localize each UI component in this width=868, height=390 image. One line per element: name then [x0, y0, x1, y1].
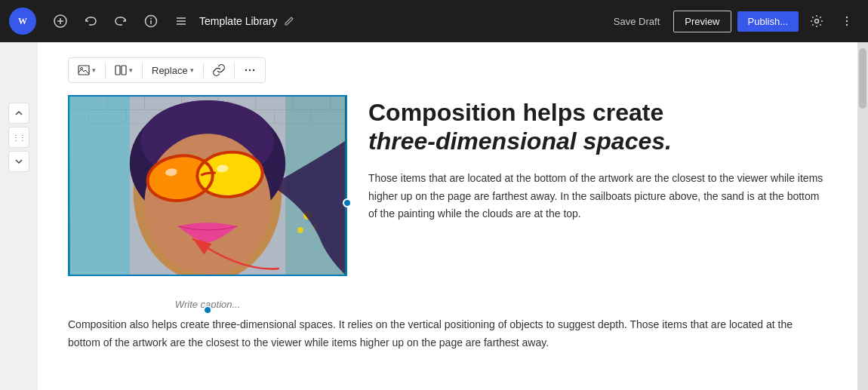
move-up-button[interactable]: [8, 103, 29, 124]
block-controls: ⋮⋮: [0, 42, 38, 390]
undo-button[interactable]: [78, 9, 103, 33]
columns-chevron: ▾: [129, 66, 133, 74]
toolbar-divider-2: [142, 63, 143, 78]
template-title-area: Template Library: [199, 15, 600, 27]
more-block-options-btn[interactable]: [239, 61, 260, 79]
article-paragraph-2[interactable]: Composition also helps create three-dime…: [68, 316, 827, 352]
redo-button[interactable]: [109, 9, 133, 33]
move-down-button[interactable]: [8, 151, 29, 172]
editor-canvas: ▾ ▾ Replace ▾: [38, 42, 857, 390]
image-block-btn[interactable]: ▾: [73, 61, 100, 79]
scrollbar-thumb[interactable]: [859, 48, 866, 109]
text-content: Composition helps create three-dimension…: [368, 95, 827, 235]
details-button[interactable]: [139, 9, 163, 33]
svg-rect-48: [70, 97, 130, 275]
svg-point-12: [846, 17, 848, 18]
toolbar-right: Save Draft Preview Publish...: [606, 9, 859, 33]
svg-point-20: [249, 69, 251, 71]
content-block: Write caption... Composition helps creat…: [68, 95, 827, 310]
main-area: ⋮⋮ ▾ ▾: [0, 42, 868, 390]
replace-btn[interactable]: Replace ▾: [147, 62, 199, 79]
image-container: Write caption...: [68, 95, 347, 310]
resize-handle-bottom[interactable]: [203, 306, 212, 315]
add-block-button[interactable]: [48, 9, 72, 33]
toolbar-divider-4: [234, 63, 235, 78]
settings-button[interactable]: [805, 9, 829, 33]
svg-point-7: [150, 18, 152, 20]
svg-point-11: [815, 20, 819, 23]
scrollbar-track[interactable]: [857, 42, 868, 390]
resize-handle-right[interactable]: [343, 198, 352, 207]
block-toolbar: ▾ ▾ Replace ▾: [68, 57, 266, 83]
heading-line2: three-dimensional spaces.: [368, 127, 672, 155]
list-view-button[interactable]: [169, 9, 193, 33]
svg-point-14: [846, 24, 848, 26]
drag-handle[interactable]: ⋮⋮: [8, 127, 29, 148]
wp-logo[interactable]: W: [9, 8, 36, 35]
svg-rect-18: [122, 66, 126, 75]
svg-point-41: [144, 134, 270, 275]
columns-btn[interactable]: ▾: [110, 61, 137, 79]
publish-button[interactable]: Publish...: [737, 11, 799, 32]
link-btn[interactable]: [208, 61, 229, 79]
svg-point-21: [253, 69, 254, 71]
toolbar-divider-1: [105, 63, 106, 78]
heading-line1: Composition helps create: [368, 99, 663, 126]
save-draft-button[interactable]: Save Draft: [606, 11, 667, 32]
top-toolbar: W Templa: [0, 0, 868, 42]
svg-point-13: [846, 20, 848, 22]
svg-text:W: W: [18, 16, 27, 26]
replace-chevron: ▾: [190, 66, 194, 74]
svg-point-51: [297, 227, 303, 233]
svg-rect-15: [78, 66, 89, 75]
article-heading[interactable]: Composition helps create three-dimension…: [368, 98, 827, 156]
replace-label: Replace: [152, 65, 188, 76]
toolbar-divider-3: [203, 63, 204, 78]
edit-title-button[interactable]: [284, 16, 294, 26]
svg-point-19: [245, 69, 247, 71]
more-options-button[interactable]: [835, 9, 859, 33]
preview-button[interactable]: Preview: [673, 11, 731, 32]
svg-rect-17: [115, 66, 120, 75]
article-paragraph-1[interactable]: Those items that are located at the bott…: [368, 170, 827, 223]
template-title: Template Library: [199, 15, 278, 27]
article-image[interactable]: [68, 95, 347, 276]
image-chevron: ▾: [92, 66, 96, 74]
